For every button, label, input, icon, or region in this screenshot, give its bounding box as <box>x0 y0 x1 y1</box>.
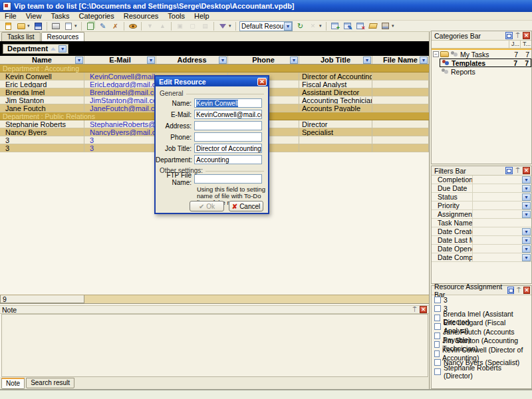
column-phone-filter-arrow[interactable]: ▼ <box>290 57 298 64</box>
column-email[interactable]: E-Mail▼ <box>84 56 156 64</box>
column-address[interactable]: Address▼ <box>156 56 228 64</box>
open-list-button[interactable] <box>15 21 27 31</box>
edit-resource-grid-button[interactable] <box>341 21 354 31</box>
email-link[interactable]: EricLedgard@mail.com <box>90 80 156 88</box>
filter-row-assignments[interactable]: Assignments▼ <box>432 210 531 219</box>
note-close-icon[interactable]: ✕ <box>420 306 427 313</box>
email-link[interactable]: JimStanton@mail.com <box>90 96 156 104</box>
cancel-button[interactable]: ✘Cancel <box>229 201 263 211</box>
filter-row-date-last-modified[interactable]: Date Last Modifi▼ <box>432 236 531 245</box>
checkbox[interactable] <box>434 350 440 357</box>
filter-dropdown-arrow[interactable]: ▼ <box>522 176 531 184</box>
tab-search-result[interactable]: Search result <box>26 378 74 388</box>
filters-pin-icon[interactable]: ⍑ <box>514 167 521 174</box>
filter-row-date-opened[interactable]: Date Opened▼ <box>432 245 531 253</box>
phone-input[interactable] <box>194 132 262 142</box>
checkbox[interactable] <box>434 297 441 303</box>
view-button[interactable] <box>126 21 139 31</box>
checkbox[interactable] <box>434 332 440 339</box>
filter-row-completion[interactable]: Completion▼ <box>432 176 531 184</box>
resource-filter-combo[interactable]: Default Resou ▼ <box>239 21 293 31</box>
expander-icon[interactable]: − <box>433 51 439 57</box>
column-job-title-filter-arrow[interactable]: ▼ <box>363 57 371 64</box>
dialog-title-bar[interactable]: Edit Resource ✕ <box>156 76 268 86</box>
resource-assignment-pin-icon[interactable]: ⍑ <box>515 287 522 294</box>
filter-dropdown-arrow[interactable]: ▼ <box>522 254 531 261</box>
resource-filter-caret[interactable]: ▾ <box>319 23 324 29</box>
filters-close-icon[interactable]: ✕ <box>523 167 530 174</box>
resource-checkbox-item[interactable]: Kevin Conwell (Director of Accounting) <box>432 349 531 358</box>
note-editor[interactable] <box>1 314 428 377</box>
email-link[interactable]: 3 <box>90 144 94 152</box>
category-item-templates[interactable]: Templates 77 <box>440 59 531 67</box>
note-pin-icon[interactable]: ⍑ <box>411 306 418 313</box>
column-file-name[interactable]: File Name▼ <box>372 56 429 64</box>
categories-col-1[interactable]: J... <box>509 41 520 48</box>
filter-row-priority[interactable]: Priority▼ <box>432 201 531 210</box>
checkbox[interactable] <box>434 315 440 321</box>
email-link[interactable]: NancyByers@mail.com <box>90 128 156 136</box>
filter-row-due-date[interactable]: Due Date▼ <box>432 184 531 193</box>
column-name[interactable]: Name▼ <box>0 56 84 64</box>
resource-filter-combo-arrow[interactable]: ▼ <box>284 22 292 31</box>
print-button[interactable] <box>49 21 62 31</box>
filter-row-date-completed[interactable]: Date Completed▼ <box>432 253 531 262</box>
menu-help[interactable]: Help <box>190 12 214 20</box>
categories-pin-icon[interactable]: ⍑ <box>514 32 521 39</box>
email-link[interactable]: JaneFoutch@mail.com <box>90 104 156 112</box>
filter-row-date-created[interactable]: Date Created▼ <box>432 227 531 236</box>
checkbox[interactable] <box>434 341 440 348</box>
filter-dropdown-arrow[interactable]: ▼ <box>522 202 531 209</box>
checkbox[interactable] <box>434 305 441 312</box>
apply-resource-filter-button[interactable]: ↻ <box>294 21 307 31</box>
delete-resource-button[interactable]: ✗ <box>109 21 122 31</box>
email-input[interactable]: KevinConwell@mail.com <box>194 110 262 119</box>
email-link[interactable]: StephanieRoberts@mail.com <box>90 120 156 128</box>
name-input[interactable]: Kevin Conwell <box>194 98 262 108</box>
resource-assignment-close-icon[interactable]: ✕ <box>523 287 530 294</box>
menu-tools[interactable]: Tools <box>163 12 190 20</box>
group-by-department-button[interactable]: Department ▼ <box>3 44 68 54</box>
move-down-button[interactable]: ▼ <box>144 21 156 31</box>
dialog-close-icon[interactable]: ✕ <box>257 78 267 86</box>
filter-row-status[interactable]: Status▼ <box>432 193 531 201</box>
menu-categories[interactable]: Categories <box>74 12 119 20</box>
tab-tasks-list[interactable]: Tasks list <box>1 32 41 41</box>
filter-dropdown-arrow[interactable]: ▼ <box>522 237 531 244</box>
filter-dropdown-arrow[interactable]: ▼ <box>522 228 531 235</box>
filter-caret[interactable]: ▾ <box>229 23 233 29</box>
column-address-filter-arrow[interactable]: ▼ <box>219 57 227 64</box>
save-button[interactable] <box>32 21 45 31</box>
column-file-name-filter-arrow[interactable]: ▼ <box>420 57 428 64</box>
column-name-filter-arrow[interactable]: ▼ <box>75 57 83 64</box>
category-item-my-tasks[interactable]: − My Tasks 77 <box>432 50 531 59</box>
print-caret[interactable]: ▾ <box>74 23 79 29</box>
email-link[interactable]: BrendaImel@mail.com <box>90 88 156 96</box>
group-row-accounting[interactable]: Department : Accounting <box>0 65 429 72</box>
job-title-input[interactable]: Director of Accounting <box>194 144 262 153</box>
menu-file[interactable]: File <box>0 12 21 20</box>
address-input[interactable] <box>194 121 262 130</box>
department-input[interactable]: Accounting <box>194 155 262 164</box>
email-link[interactable]: KevinConwell@mail.com <box>90 72 156 80</box>
publish-list-button[interactable] <box>379 21 392 31</box>
categories-window-icon[interactable] <box>505 32 513 39</box>
checkbox[interactable] <box>434 359 441 366</box>
complete-task-button[interactable]: ▣ <box>174 21 186 31</box>
filter-dropdown-arrow[interactable]: ▼ <box>522 185 531 192</box>
move-up-button[interactable]: ▲ <box>156 21 169 31</box>
new-resource-button[interactable] <box>329 21 341 31</box>
filters-window-icon[interactable] <box>505 167 513 174</box>
add-resource-button[interactable] <box>84 21 96 31</box>
email-link[interactable]: 3 <box>90 136 94 144</box>
ftp-file-name-input[interactable] <box>194 174 262 184</box>
filter-dropdown-arrow[interactable]: ▼ <box>522 245 531 253</box>
open-list-caret[interactable]: ▾ <box>27 23 32 29</box>
checkbox[interactable] <box>434 323 441 330</box>
filter-dropdown-arrow[interactable]: ▼ <box>522 211 531 218</box>
print-preview-button[interactable] <box>62 21 74 31</box>
category-item-reports[interactable]: Reports <box>440 67 531 76</box>
delete-resource-grid-button[interactable] <box>354 21 366 31</box>
clear-resource-filter-button[interactable]: ✕ <box>307 21 319 31</box>
cancel-task-button[interactable]: ▤ <box>199 21 211 31</box>
